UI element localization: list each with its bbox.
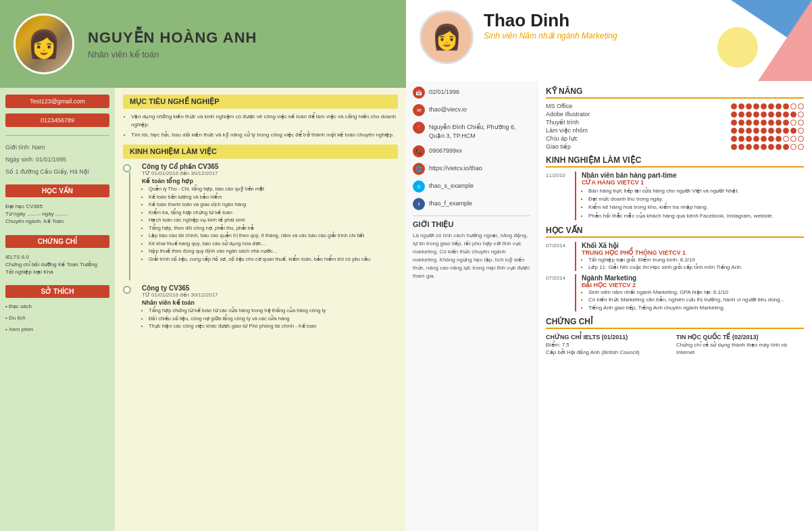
- work-content-2: Công ty CV365 TỪ 01/01/2016 đến 30/12/20…: [142, 284, 398, 331]
- contact-facebook-icon: f: [413, 198, 425, 210]
- contact-email-icon: ✉: [413, 104, 425, 116]
- contact-skype-icon: S: [413, 180, 425, 193]
- right-edu-entry-2: 07/2014 Ngành Marketing ĐẠI HỌC VIETCV 2…: [546, 274, 804, 311]
- right-edu-school-1: TRUNG HỌC PHỔ THÔNG VIETCV 1: [582, 249, 804, 256]
- right-edu-major-1: Khối Xã hội: [582, 242, 804, 249]
- right-edu-school-2: ĐẠI HỌC VIETCV 2: [582, 282, 804, 288]
- contact-address-text: Nguyễn Đình Chiểu, Phường 6, Quận 3, TP.…: [429, 122, 530, 140]
- contact-skype: S thao_s_example: [413, 180, 530, 193]
- personal-gender: Giới tính: Nam: [5, 144, 109, 151]
- right-sidebar: 📅 02/01/1996 ✉ thao@viecv.io 📍 Nguyễn Đì…: [406, 81, 538, 531]
- contact-website: 🌐 https://vietcv.io/thao: [413, 163, 530, 175]
- decor-yellow: [717, 27, 758, 68]
- work-role-1: Kế toán tổng hợp: [142, 178, 398, 184]
- contact-email: Test123@gmail.com: [5, 95, 109, 108]
- intro-text: Là người có tính cách hướng ngoại, năng …: [413, 232, 530, 280]
- contact-website-icon: 🌐: [413, 163, 425, 175]
- right-edu-date-1: 07/2014: [546, 242, 576, 271]
- right-edu-title: HỌC VẤN: [546, 226, 804, 238]
- contact-phone-text: 09067999xx: [429, 145, 462, 155]
- cert-title-2: TIN HỌC QUỐC TẾ (02/2013): [676, 333, 804, 342]
- left-name: NGUYỄN HOÀNG ANH: [88, 29, 257, 47]
- right-edu-date-2: 07/2014: [546, 274, 576, 311]
- right-edu-notes-2: Sinh viên năm nhất ngành Marketing. GPA …: [582, 288, 804, 311]
- work-section-title: KINH NGHIỆM LÀM VIỆC: [123, 145, 398, 159]
- contact-email-text: thao@viecv.io: [429, 104, 467, 114]
- intro-title: GIỚI THIỆU: [413, 220, 530, 229]
- cert-section-title: CHỨNG CHỈ: [5, 235, 109, 248]
- work-content-1: Công ty Cổ phần CV365 TỪ 01/01/2016 đến …: [142, 163, 398, 263]
- cert-block-2: TIN HỌC QUỐC TẾ (02/2013) Chứng chỉ về s…: [676, 333, 804, 357]
- cert-title-1: CHỨNG CHỈ IELTS (01/2011): [546, 333, 674, 342]
- right-header: 👩 Thao Dinh Sinh viên Năm nhất ngành Mar…: [406, 0, 812, 81]
- objective-item-1: Vận dụng những kiến thức và kinh nghiệm …: [131, 113, 398, 129]
- contact-facebook: f thao_f_example: [413, 198, 530, 210]
- skill-name-2: Thuyết trình: [546, 119, 726, 126]
- left-main: MỤC TIÊU NGHỀ NGHIỆP Vận dụng những kiến…: [115, 88, 406, 531]
- contact-email: ✉ thao@viecv.io: [413, 104, 530, 116]
- right-edu-notes-1: Tốt nghiệp loại giỏi. Điểm trung bình: 8…: [582, 256, 804, 271]
- skills-grid: MS Office Adobe Illustrator Thuyết trình…: [546, 103, 804, 150]
- right-inner: 👩 Thao Dinh Sinh viên Năm nhất ngành Mar…: [406, 0, 812, 531]
- left-name-area: NGUYỄN HOÀNG ANH Nhân viên kế toán: [88, 29, 257, 59]
- left-sidebar: Test123@gmail.com 0123456789 Giới tính: …: [0, 88, 115, 531]
- cert-list: IELTS 6.0 Chứng chỉ bồi dưỡng Kế Toán Tr…: [5, 253, 109, 276]
- right-edu-detail-1: Khối Xã hội TRUNG HỌC PHỔ THÔNG VIETCV 1…: [582, 242, 804, 271]
- work-dot-2: [123, 286, 131, 294]
- skill-name-1: Adobe Illustrator: [546, 111, 726, 118]
- work-entry-1: Công ty Cổ phần CV365 TỪ 01/01/2016 đến …: [123, 163, 398, 280]
- work-duties-2: Tổng hợp chứng từ kế toán từ các cửa hàn…: [142, 307, 398, 330]
- right-body: 📅 02/01/1996 ✉ thao@viecv.io 📍 Nguyễn Đì…: [406, 81, 812, 531]
- skill-dots-1: [731, 111, 804, 118]
- contact-facebook-text: thao_f_example: [429, 198, 472, 208]
- work-entry-2: Công ty CV365 TỪ 01/01/2016 đến 30/12/20…: [123, 284, 398, 331]
- skill-dots-0: [731, 103, 804, 109]
- sidebar-divider-right: [413, 216, 530, 216]
- cert-detail-1-1: Cấp bởi Hội đồng Anh (British Council): [546, 349, 674, 356]
- skill-name-5: Giao tiếp: [546, 143, 726, 150]
- contact-dob-text: 02/01/1996: [429, 86, 459, 97]
- contact-website-text: https://vietcv.io/thao: [429, 163, 482, 173]
- right-cert-title: CHỨNG CHỈ: [546, 317, 804, 329]
- left-job-title: Nhân viên kế toán: [88, 49, 257, 59]
- contact-address: 📍 Nguyễn Đình Chiểu, Phường 6, Quận 3, T…: [413, 122, 530, 140]
- left-avatar: 👩: [14, 14, 74, 74]
- work-dot-1: [123, 164, 131, 172]
- contact-phone: 0123456789: [5, 113, 109, 127]
- right-cv: 👩 Thao Dinh Sinh viên Năm nhất ngành Mar…: [406, 0, 812, 531]
- contact-skype-text: thao_s_example: [429, 180, 474, 191]
- skills-title: KỸ NĂNG: [546, 86, 804, 99]
- personal-dob: Ngày sinh: 01/01/1995: [5, 156, 109, 163]
- left-header: 👩 NGUYỄN HOÀNG ANH Nhân viên kế toán: [0, 0, 406, 88]
- hobby-1: • Đọc sách: [5, 303, 109, 309]
- right-main: KỸ NĂNG MS Office Adobe Illustrator Thuy…: [538, 81, 812, 531]
- right-edu-detail-2: Ngành Marketing ĐẠI HỌC VIETCV 2 Sinh vi…: [582, 274, 804, 311]
- contact-dob-icon: 📅: [413, 86, 425, 99]
- objective-item-2: Tìm tòi, học hỏi, trau dồi kiến thức và …: [131, 131, 398, 139]
- skill-dots-2: [731, 119, 804, 126]
- right-edu-entry-1: 07/2014 Khối Xã hội TRUNG HỌC PHỔ THÔNG …: [546, 242, 804, 271]
- hobby-2: • Du lịch: [5, 315, 109, 321]
- right-work-date-1: 11/2010: [546, 172, 576, 220]
- right-work-company-1: CỬA HÀNG VIETCV 1: [582, 179, 804, 186]
- right-header-decor: [690, 0, 812, 81]
- right-work-entry-1: 11/2010 Nhân viên bán hàng part-time CỬA…: [546, 172, 804, 220]
- contact-phone: 📞 09067999xx: [413, 145, 530, 157]
- cert-block-1: CHỨNG CHỈ IELTS (01/2011) Điểm: 7.5 Cấp …: [546, 333, 674, 357]
- hobby-section-title: SỞ THÍCH: [5, 285, 109, 298]
- work-date-2: TỪ 01/01/2016 đến 30/12/2017: [142, 292, 398, 298]
- skill-name-4: Chịu áp lực: [546, 135, 726, 142]
- left-body: Test123@gmail.com 0123456789 Giới tính: …: [0, 88, 406, 531]
- personal-address: Số 1 đường Cầu Giấy, Hà Nội: [5, 168, 109, 175]
- work-duties-1: Quản lý Thu - Chi, tổng hợp, báo cáo quỹ…: [142, 186, 398, 263]
- contact-dob: 📅 02/01/1996: [413, 86, 530, 99]
- edu-school: Đại học CV365 Từ ngày ........- ngày ...…: [5, 203, 109, 226]
- objective-list: Vận dụng những kiến thức và kinh nghiệm …: [123, 113, 398, 139]
- skill-dots-4: [731, 135, 804, 142]
- work-line-1: [129, 172, 130, 280]
- company-name-1: Công ty Cổ phần CV365: [142, 163, 398, 170]
- right-edu-major-2: Ngành Marketing: [582, 274, 804, 282]
- work-date-1: TỪ 01/01/2016 đến 30/12/2017: [142, 170, 398, 176]
- work-role-2: Nhân viên kế toán: [142, 299, 398, 306]
- contact-address-icon: 📍: [413, 122, 425, 134]
